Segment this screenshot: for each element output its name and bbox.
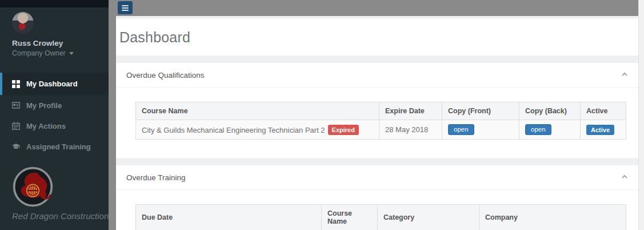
sidebar-header-band [0, 0, 109, 7]
expire-date-cell: 28 May 2018 [379, 120, 442, 140]
graduation-cap-icon [12, 142, 20, 150]
company-brand: Red Dragon Construction [0, 165, 109, 221]
overdue-qualifications-table: Course Name Expire Date Copy (Front) Cop… [135, 102, 626, 140]
column-header-company: Company [479, 205, 626, 230]
collapse-chevron-up-icon[interactable] [620, 70, 629, 79]
overdue-training-table: Due Date Course Name Category Company [135, 204, 626, 230]
user-panel: Russ Crowley Company Owner [0, 7, 109, 57]
sidebar-item-label: My Actions [26, 122, 66, 130]
table-header-row: Course Name Expire Date Copy (Front) Cop… [136, 102, 626, 120]
active-status-badge[interactable]: Active [586, 125, 614, 135]
column-header-course-name: Course Name [322, 205, 378, 230]
open-back-button[interactable]: open [525, 124, 551, 135]
topbar [109, 0, 638, 16]
dashboard-grid-icon [12, 80, 20, 88]
column-header-course-name: Course Name [136, 102, 379, 120]
sidebar-item-label: My Dashboard [26, 80, 78, 88]
sidebar-item-my-actions[interactable]: My Actions [0, 116, 109, 136]
main-content: Dashboard Overdue Qualifications Course … [116, 16, 638, 230]
column-header-active: Active [581, 102, 626, 120]
panel-heading: Overdue Training [116, 165, 638, 190]
scrollbar[interactable] [638, 0, 644, 230]
course-name-text: City & Guilds Mechanical Engineering Tec… [142, 126, 325, 134]
content-header: Dashboard [116, 19, 638, 55]
company-logo [11, 165, 54, 208]
column-header-expire-date: Expire Date [379, 102, 442, 120]
sidebar-item-my-profile[interactable]: My Profile [0, 95, 109, 116]
panel-title: Overdue Training [126, 173, 186, 182]
column-header-due-date: Due Date [136, 205, 322, 230]
copy-front-cell: open [442, 120, 519, 140]
sidebar: Russ Crowley Company Owner My Dashboard … [0, 0, 109, 230]
sidebar-nav: My Dashboard My Profile My Actions Assig… [0, 73, 109, 157]
hamburger-icon [122, 5, 129, 6]
table-header-row: Due Date Course Name Category Company [136, 205, 626, 230]
user-role-dropdown[interactable]: Company Owner [12, 49, 109, 57]
id-card-icon [12, 101, 20, 109]
panel-heading: Overdue Qualifications [116, 63, 638, 88]
expired-status-badge: Expired [328, 125, 359, 135]
user-name: Russ Crowley [12, 39, 109, 47]
caret-down-icon [69, 52, 74, 55]
page-title: Dashboard [119, 29, 190, 46]
column-header-category: Category [378, 205, 479, 230]
panel-title: Overdue Qualifications [126, 71, 205, 80]
copy-back-cell: open [519, 120, 581, 140]
panel-overdue-training: Overdue Training Due Date Course Name Ca… [116, 165, 638, 230]
sidebar-item-label: Assigned Training [26, 142, 91, 151]
course-name-cell: City & Guilds Mechanical Engineering Tec… [136, 120, 379, 140]
panel-body: Course Name Expire Date Copy (Front) Cop… [116, 88, 638, 158]
app-window: Russ Crowley Company Owner My Dashboard … [0, 0, 644, 230]
avatar [12, 12, 34, 34]
active-cell: Active [581, 120, 626, 140]
open-front-button[interactable]: open [448, 124, 474, 135]
column-header-copy-front: Copy (Front) [442, 102, 519, 120]
company-name: Red Dragon Construction [12, 211, 109, 221]
column-header-copy-back: Copy (Back) [519, 102, 581, 120]
sidebar-item-my-dashboard[interactable]: My Dashboard [0, 73, 109, 95]
user-role-label: Company Owner [12, 49, 66, 57]
collapse-chevron-up-icon[interactable] [620, 172, 629, 181]
panel-overdue-qualifications: Overdue Qualifications Course Name Expir… [116, 63, 638, 158]
calendar-icon [12, 122, 20, 130]
table-row: City & Guilds Mechanical Engineering Tec… [136, 120, 626, 140]
panel-body: Due Date Course Name Category Company [116, 190, 638, 230]
sidebar-item-assigned-training[interactable]: Assigned Training [0, 136, 109, 157]
sidebar-toggle-button[interactable] [118, 1, 133, 14]
sidebar-item-label: My Profile [26, 101, 62, 110]
